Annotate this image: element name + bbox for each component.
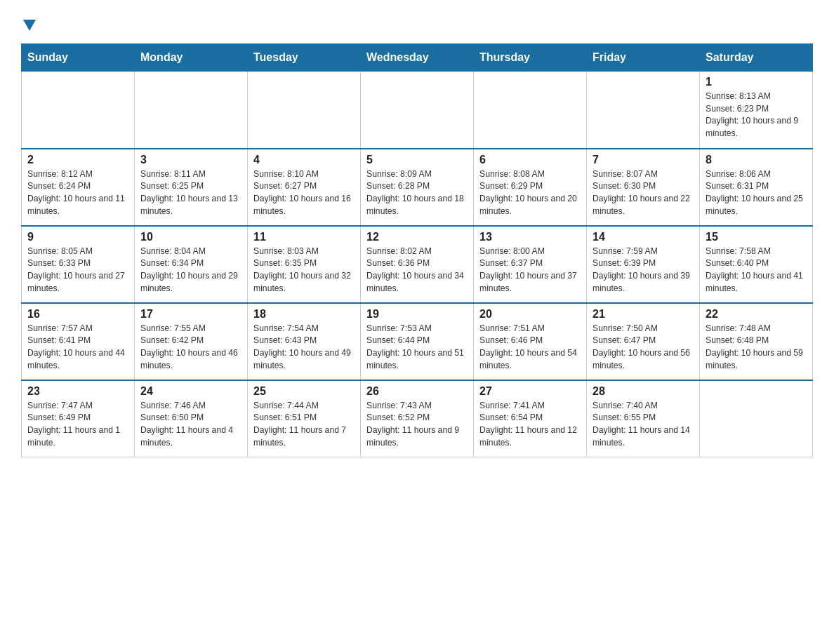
day-number: 5 (366, 154, 468, 166)
day-info: Sunrise: 7:58 AM Sunset: 6:40 PM Dayligh… (706, 246, 807, 295)
day-info: Sunrise: 7:59 AM Sunset: 6:39 PM Dayligh… (593, 246, 694, 295)
day-info: Sunrise: 7:54 AM Sunset: 6:43 PM Dayligh… (253, 323, 355, 373)
day-number: 17 (140, 308, 241, 321)
day-number: 11 (253, 231, 355, 243)
day-number: 1 (706, 76, 807, 88)
day-info: Sunrise: 8:04 AM Sunset: 6:34 PM Dayligh… (140, 246, 241, 295)
calendar-cell: 17Sunrise: 7:55 AM Sunset: 6:42 PM Dayli… (135, 303, 248, 380)
day-number: 27 (479, 385, 581, 398)
calendar-cell: 28Sunrise: 7:40 AM Sunset: 6:55 PM Dayli… (587, 380, 700, 457)
logo-arrow-icon (23, 20, 36, 31)
header-wednesday: Wednesday (361, 44, 474, 72)
day-number: 8 (706, 154, 807, 166)
day-info: Sunrise: 8:11 AM Sunset: 6:25 PM Dayligh… (140, 168, 241, 218)
calendar-cell: 15Sunrise: 7:58 AM Sunset: 6:40 PM Dayli… (700, 226, 813, 303)
day-info: Sunrise: 7:44 AM Sunset: 6:51 PM Dayligh… (253, 400, 355, 450)
calendar-week-row: 1Sunrise: 8:13 AM Sunset: 6:23 PM Daylig… (22, 72, 813, 149)
day-info: Sunrise: 7:47 AM Sunset: 6:49 PM Dayligh… (27, 400, 128, 450)
calendar-table: SundayMondayTuesdayWednesdayThursdayFrid… (21, 43, 813, 457)
calendar-cell: 8Sunrise: 8:06 AM Sunset: 6:31 PM Daylig… (700, 149, 813, 226)
calendar-cell: 3Sunrise: 8:11 AM Sunset: 6:25 PM Daylig… (135, 149, 248, 226)
day-info: Sunrise: 8:07 AM Sunset: 6:30 PM Dayligh… (593, 168, 694, 218)
day-info: Sunrise: 7:53 AM Sunset: 6:44 PM Dayligh… (366, 323, 468, 373)
calendar-cell: 18Sunrise: 7:54 AM Sunset: 6:43 PM Dayli… (248, 303, 361, 380)
day-number: 23 (27, 385, 128, 398)
day-number: 16 (27, 308, 128, 321)
day-info: Sunrise: 8:10 AM Sunset: 6:27 PM Dayligh… (253, 168, 355, 218)
calendar-week-row: 23Sunrise: 7:47 AM Sunset: 6:49 PM Dayli… (22, 380, 813, 457)
day-number: 15 (706, 231, 807, 243)
calendar-cell: 6Sunrise: 8:08 AM Sunset: 6:29 PM Daylig… (474, 149, 587, 226)
header-friday: Friday (587, 44, 700, 72)
calendar-cell: 20Sunrise: 7:51 AM Sunset: 6:46 PM Dayli… (474, 303, 587, 380)
day-info: Sunrise: 7:51 AM Sunset: 6:46 PM Dayligh… (479, 323, 581, 373)
calendar-cell (361, 72, 474, 149)
header-thursday: Thursday (474, 44, 587, 72)
calendar-cell (248, 72, 361, 149)
calendar-header-row: SundayMondayTuesdayWednesdayThursdayFrid… (22, 44, 813, 72)
calendar-cell: 25Sunrise: 7:44 AM Sunset: 6:51 PM Dayli… (248, 380, 361, 457)
day-number: 3 (140, 154, 241, 166)
day-number: 26 (366, 385, 468, 398)
calendar-cell: 22Sunrise: 7:48 AM Sunset: 6:48 PM Dayli… (700, 303, 813, 380)
calendar-cell: 21Sunrise: 7:50 AM Sunset: 6:47 PM Dayli… (587, 303, 700, 380)
day-number: 24 (140, 385, 241, 398)
day-number: 21 (593, 308, 694, 321)
calendar-cell: 24Sunrise: 7:46 AM Sunset: 6:50 PM Dayli… (135, 380, 248, 457)
calendar-cell: 13Sunrise: 8:00 AM Sunset: 6:37 PM Dayli… (474, 226, 587, 303)
day-info: Sunrise: 8:03 AM Sunset: 6:35 PM Dayligh… (253, 246, 355, 295)
day-info: Sunrise: 8:13 AM Sunset: 6:23 PM Dayligh… (706, 90, 807, 140)
calendar-cell: 16Sunrise: 7:57 AM Sunset: 6:41 PM Dayli… (22, 303, 135, 380)
calendar-cell: 4Sunrise: 8:10 AM Sunset: 6:27 PM Daylig… (248, 149, 361, 226)
calendar-cell: 11Sunrise: 8:03 AM Sunset: 6:35 PM Dayli… (248, 226, 361, 303)
day-info: Sunrise: 8:00 AM Sunset: 6:37 PM Dayligh… (479, 246, 581, 295)
day-info: Sunrise: 8:05 AM Sunset: 6:33 PM Dayligh… (27, 246, 128, 295)
header (21, 14, 813, 31)
day-number: 4 (253, 154, 355, 166)
calendar-cell: 27Sunrise: 7:41 AM Sunset: 6:54 PM Dayli… (474, 380, 587, 457)
day-info: Sunrise: 7:43 AM Sunset: 6:52 PM Dayligh… (366, 400, 468, 450)
calendar-cell: 5Sunrise: 8:09 AM Sunset: 6:28 PM Daylig… (361, 149, 474, 226)
day-number: 2 (27, 154, 128, 166)
calendar-cell: 1Sunrise: 8:13 AM Sunset: 6:23 PM Daylig… (700, 72, 813, 149)
calendar-cell: 9Sunrise: 8:05 AM Sunset: 6:33 PM Daylig… (22, 226, 135, 303)
header-tuesday: Tuesday (248, 44, 361, 72)
day-info: Sunrise: 7:40 AM Sunset: 6:55 PM Dayligh… (593, 400, 694, 450)
day-number: 14 (593, 231, 694, 243)
day-info: Sunrise: 8:12 AM Sunset: 6:24 PM Dayligh… (27, 168, 128, 218)
calendar-cell: 10Sunrise: 8:04 AM Sunset: 6:34 PM Dayli… (135, 226, 248, 303)
day-number: 12 (366, 231, 468, 243)
calendar-cell: 14Sunrise: 7:59 AM Sunset: 6:39 PM Dayli… (587, 226, 700, 303)
day-number: 18 (253, 308, 355, 321)
calendar-cell: 12Sunrise: 8:02 AM Sunset: 6:36 PM Dayli… (361, 226, 474, 303)
logo (21, 20, 36, 31)
calendar-cell (474, 72, 587, 149)
day-info: Sunrise: 8:06 AM Sunset: 6:31 PM Dayligh… (706, 168, 807, 218)
day-number: 22 (706, 308, 807, 321)
header-monday: Monday (135, 44, 248, 72)
header-saturday: Saturday (700, 44, 813, 72)
calendar-cell: 2Sunrise: 8:12 AM Sunset: 6:24 PM Daylig… (22, 149, 135, 226)
day-number: 20 (479, 308, 581, 321)
calendar-week-row: 16Sunrise: 7:57 AM Sunset: 6:41 PM Dayli… (22, 303, 813, 380)
day-info: Sunrise: 7:48 AM Sunset: 6:48 PM Dayligh… (706, 323, 807, 373)
calendar-cell: 23Sunrise: 7:47 AM Sunset: 6:49 PM Dayli… (22, 380, 135, 457)
day-info: Sunrise: 7:55 AM Sunset: 6:42 PM Dayligh… (140, 323, 241, 373)
calendar-cell (135, 72, 248, 149)
day-info: Sunrise: 8:09 AM Sunset: 6:28 PM Dayligh… (366, 168, 468, 218)
day-info: Sunrise: 7:50 AM Sunset: 6:47 PM Dayligh… (593, 323, 694, 373)
calendar-cell (22, 72, 135, 149)
calendar-cell (700, 380, 813, 457)
calendar-week-row: 9Sunrise: 8:05 AM Sunset: 6:33 PM Daylig… (22, 226, 813, 303)
calendar-cell (587, 72, 700, 149)
day-info: Sunrise: 8:02 AM Sunset: 6:36 PM Dayligh… (366, 246, 468, 295)
day-info: Sunrise: 7:41 AM Sunset: 6:54 PM Dayligh… (479, 400, 581, 450)
day-number: 10 (140, 231, 241, 243)
day-number: 9 (27, 231, 128, 243)
day-number: 13 (479, 231, 581, 243)
calendar-cell: 19Sunrise: 7:53 AM Sunset: 6:44 PM Dayli… (361, 303, 474, 380)
day-number: 7 (593, 154, 694, 166)
day-info: Sunrise: 7:46 AM Sunset: 6:50 PM Dayligh… (140, 400, 241, 450)
day-number: 25 (253, 385, 355, 398)
day-info: Sunrise: 7:57 AM Sunset: 6:41 PM Dayligh… (27, 323, 128, 373)
